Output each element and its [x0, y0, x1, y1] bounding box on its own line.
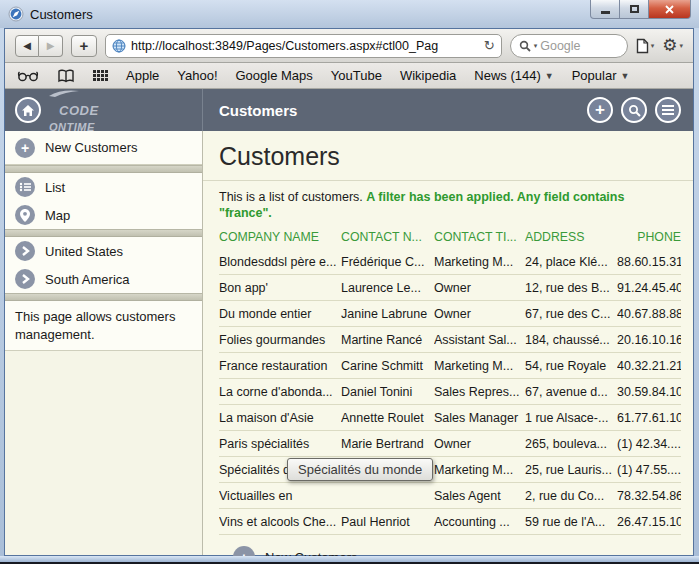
- maximize-button[interactable]: [620, 0, 649, 19]
- new-tab-button[interactable]: +: [71, 35, 97, 57]
- minimize-icon: [601, 11, 610, 14]
- bookmark-youtube[interactable]: YouTube: [331, 68, 382, 83]
- forward-icon: ▶: [47, 40, 55, 51]
- bookmark-google-maps[interactable]: Google Maps: [236, 68, 313, 83]
- sidebar-item-map[interactable]: Map: [5, 201, 202, 229]
- search-engine-dropdown-icon[interactable]: ▾: [534, 42, 538, 50]
- sidebar-separator: [5, 293, 202, 301]
- sidebar: + New Customers List: [5, 131, 203, 555]
- page-menu-button[interactable]: ▾: [636, 38, 655, 54]
- window-controls: [590, 0, 691, 19]
- plus-icon: +: [15, 138, 35, 158]
- table-cell: 2, rue du Co...: [525, 489, 617, 503]
- column-header[interactable]: PHONE: [617, 230, 681, 244]
- table-cell: 26.47.15.10: [617, 515, 681, 529]
- back-button[interactable]: ◀: [15, 35, 39, 57]
- column-header[interactable]: CONTACT TI...: [434, 230, 525, 244]
- sidebar-item-south-america[interactable]: South America: [5, 265, 202, 293]
- table-cell: 78.32.54.86: [617, 489, 681, 503]
- table-row[interactable]: La corne d'abonda...Daniel ToniniSales R…: [219, 379, 681, 405]
- dropdown-arrow-icon: ▼: [545, 71, 554, 81]
- table-cell: 265, bouleva...: [525, 437, 617, 451]
- bookmark-apple[interactable]: Apple: [126, 68, 159, 83]
- top-sites-grid-icon[interactable]: [93, 70, 108, 81]
- reload-icon[interactable]: ↻: [484, 38, 495, 53]
- window-title: Customers: [30, 7, 93, 22]
- table-row[interactable]: Victuailles enSales Agent2, rue du Co...…: [219, 483, 681, 509]
- table-row[interactable]: Paris spécialitésMarie BertrandOwner265,…: [219, 431, 681, 457]
- plus-icon: +: [80, 37, 89, 54]
- table-cell: Accounting ...: [434, 515, 525, 529]
- search-field[interactable]: ▾: [510, 34, 628, 58]
- app-header: CODE ONTIME Customers +: [5, 89, 693, 131]
- table-row[interactable]: Blondesddsl père e...Frédérique C...Mark…: [219, 249, 681, 275]
- table-row[interactable]: La maison d'AsieAnnette RouletSales Mana…: [219, 405, 681, 431]
- table-row[interactable]: Bon app'Laurence Le...Owner12, rue des B…: [219, 275, 681, 301]
- gear-icon: ⚙: [662, 37, 677, 54]
- table-header-row: COMPANY NAMECONTACT N...CONTACT TI...ADD…: [219, 225, 681, 249]
- search-input[interactable]: [540, 39, 610, 53]
- table-cell: 25, rue Lauris...: [525, 463, 617, 477]
- dropdown-arrow-icon: ▼: [620, 71, 629, 81]
- logo-swoosh-icon: [49, 89, 79, 97]
- table-cell: 24, place Klé...: [525, 255, 617, 269]
- sidebar-item-united-states[interactable]: United States: [5, 237, 202, 265]
- table-cell: Sales Manager: [434, 411, 525, 425]
- app-logo[interactable]: CODE ONTIME: [5, 89, 203, 131]
- table-cell: 12, rue des B...: [525, 281, 617, 295]
- table-cell: 59 rue de l'A...: [525, 515, 617, 529]
- table-cell: Victuailles en: [219, 489, 341, 503]
- close-button[interactable]: [649, 0, 691, 19]
- app-page: CODE ONTIME Customers + +: [5, 89, 693, 555]
- table-cell: Vins et alcools Che...: [219, 515, 341, 529]
- reading-list-glasses-icon[interactable]: [17, 70, 39, 82]
- bookmarks-bar: Apple Yahoo! Google Maps YouTube Wikiped…: [5, 63, 693, 89]
- column-header[interactable]: COMPANY NAME: [219, 230, 341, 244]
- home-icon[interactable]: [15, 97, 41, 123]
- column-header[interactable]: CONTACT N...: [341, 230, 434, 244]
- table-cell: Marketing M...: [434, 255, 525, 269]
- page-icon: [636, 38, 649, 54]
- table-cell: Bon app': [219, 281, 341, 295]
- settings-menu-button[interactable]: ⚙ ▾: [662, 37, 683, 54]
- sidebar-separator: [5, 229, 202, 237]
- bookmarks-book-icon[interactable]: [57, 69, 75, 83]
- add-button[interactable]: +: [587, 97, 613, 123]
- menu-button[interactable]: [655, 97, 681, 123]
- url-input[interactable]: [131, 39, 479, 53]
- bookmark-menu-popular[interactable]: Popular ▼: [572, 68, 630, 83]
- url-bar[interactable]: ↻: [105, 34, 502, 58]
- logo-text: CODE ONTIME: [49, 86, 99, 134]
- search-icon: [519, 40, 531, 52]
- table-row[interactable]: Vins et alcools Che...Paul HenriotAccoun…: [219, 509, 681, 535]
- forward-button[interactable]: ▶: [39, 35, 63, 57]
- sidebar-item-label: New Customers: [45, 140, 137, 155]
- table-cell: Du monde entier: [219, 307, 341, 321]
- bookmark-yahoo[interactable]: Yahoo!: [177, 68, 217, 83]
- sidebar-item-list[interactable]: List: [5, 173, 202, 201]
- bookmark-menu-news[interactable]: News (144) ▼: [474, 68, 553, 83]
- table-row[interactable]: France restaurationCarine SchmittMarketi…: [219, 353, 681, 379]
- bookmark-wikipedia[interactable]: Wikipedia: [400, 68, 456, 83]
- table-body: Blondesddsl père e...Frédérique C...Mark…: [219, 249, 681, 535]
- hamburger-icon: [662, 105, 674, 115]
- table-cell: Marketing M...: [434, 359, 525, 373]
- minimize-button[interactable]: [590, 0, 620, 19]
- table-cell: 30.59.84.10: [617, 385, 681, 399]
- table-row[interactable]: Folies gourmandesMartine RancéAssistant …: [219, 327, 681, 353]
- chevron-right-icon: [15, 241, 35, 261]
- page-description: This is a list of customers. A filter ha…: [203, 181, 693, 225]
- table-cell: 20.16.10.16: [617, 333, 681, 347]
- table-cell: 91.24.45.40: [617, 281, 681, 295]
- globe-icon: [112, 39, 126, 53]
- column-header[interactable]: ADDRESS: [525, 230, 617, 244]
- table-cell: 61.77.61.10: [617, 411, 681, 425]
- sidebar-item-label: List: [45, 180, 65, 195]
- sidebar-separator: [5, 165, 202, 173]
- app-header-title: Customers: [203, 102, 587, 119]
- table-cell: 88.60.15.31: [617, 255, 681, 269]
- table-row[interactable]: Du monde entierJanine LabruneOwner67, ru…: [219, 301, 681, 327]
- table-cell: Blondesddsl père e...: [219, 255, 341, 269]
- search-button[interactable]: [621, 97, 647, 123]
- sidebar-item-new-customers[interactable]: + New Customers: [5, 131, 202, 165]
